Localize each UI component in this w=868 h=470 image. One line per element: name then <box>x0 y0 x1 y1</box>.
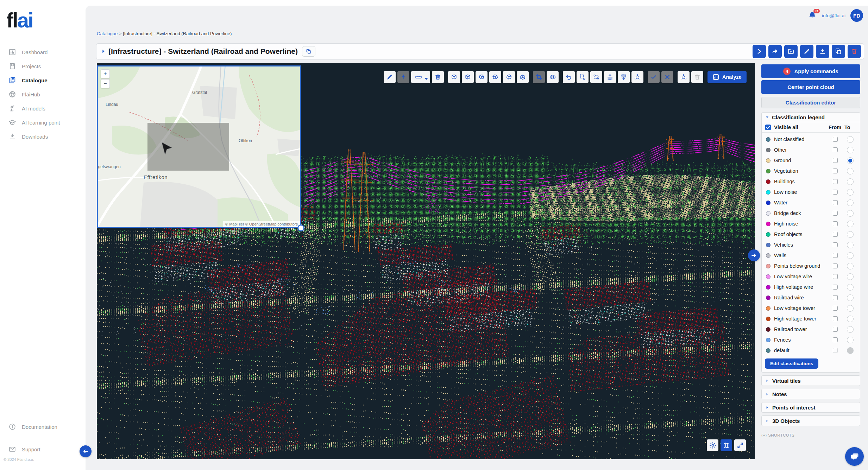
to-radio[interactable] <box>847 178 854 185</box>
crop-tool-button[interactable] <box>533 71 545 83</box>
measure-tool-button[interactable] <box>411 71 430 83</box>
class-color-dot[interactable] <box>766 264 770 268</box>
classification-legend-header[interactable]: Classification legend <box>762 113 860 122</box>
from-checkbox[interactable] <box>833 337 838 342</box>
class-color-dot[interactable] <box>766 169 770 173</box>
class-color-dot[interactable] <box>766 253 770 258</box>
section-3d-objects[interactable]: 3D Objects <box>761 415 860 426</box>
viewer-settings-button[interactable] <box>707 439 718 451</box>
to-radio[interactable] <box>847 294 854 301</box>
class-color-dot[interactable] <box>766 296 770 300</box>
class-color-dot[interactable] <box>766 201 770 205</box>
from-checkbox[interactable] <box>833 285 838 290</box>
to-radio[interactable] <box>847 210 854 217</box>
chat-button[interactable] <box>845 447 864 466</box>
to-radio[interactable] <box>847 252 854 259</box>
view-front-button[interactable] <box>448 71 460 83</box>
from-checkbox[interactable] <box>833 221 838 226</box>
to-radio[interactable] <box>847 221 854 227</box>
to-radio[interactable] <box>847 168 854 174</box>
to-radio[interactable] <box>847 231 854 238</box>
sidebar-item-flaihub[interactable]: FlaiHub <box>0 87 86 101</box>
to-radio[interactable] <box>847 316 854 322</box>
from-checkbox[interactable] <box>833 242 838 247</box>
collapse-sidebar-button[interactable] <box>80 445 92 457</box>
sidebar-item-catalogue[interactable]: Catalogue <box>0 73 86 87</box>
to-radio[interactable] <box>847 242 854 248</box>
class-color-dot[interactable] <box>766 222 770 226</box>
class-color-dot[interactable] <box>766 179 770 184</box>
minimap[interactable]: GrafstalLindauOttikonagelswangenEffretik… <box>97 65 301 228</box>
class-color-dot[interactable] <box>766 348 770 353</box>
sidebar-item-dashboard[interactable]: Dashboard <box>0 45 86 59</box>
to-radio[interactable] <box>847 157 854 164</box>
from-checkbox[interactable] <box>833 253 838 258</box>
from-checkbox[interactable] <box>833 263 838 268</box>
from-checkbox[interactable] <box>833 306 838 311</box>
class-color-dot[interactable] <box>766 243 770 247</box>
sidebar-item-support[interactable]: Support <box>0 442 86 457</box>
to-radio[interactable] <box>847 263 854 269</box>
from-checkbox[interactable] <box>833 179 838 184</box>
rename-action-button[interactable] <box>800 45 813 58</box>
center-point-cloud-button[interactable]: Center point cloud <box>761 80 860 94</box>
cancel-selection-button[interactable] <box>661 71 673 83</box>
from-checkbox[interactable] <box>833 211 838 216</box>
from-checkbox[interactable] <box>833 200 838 205</box>
view-iso-button[interactable] <box>517 71 529 83</box>
sidebar-item-projects[interactable]: Projects <box>0 59 86 73</box>
clear-selection-button[interactable] <box>691 71 703 83</box>
zoom-out-button[interactable]: − <box>101 79 110 88</box>
minimap-resize-handle[interactable] <box>297 224 304 231</box>
class-color-dot[interactable] <box>766 158 770 163</box>
selection-lower-button[interactable] <box>618 71 630 83</box>
to-radio[interactable] <box>847 189 854 196</box>
download-action-button[interactable] <box>816 45 829 58</box>
to-radio[interactable] <box>847 337 854 343</box>
copy-title-button[interactable] <box>302 46 315 57</box>
from-checkbox[interactable] <box>833 316 838 321</box>
select-points-button[interactable] <box>577 71 589 83</box>
to-radio[interactable] <box>847 305 854 312</box>
from-checkbox[interactable] <box>833 295 838 300</box>
notifications-bell-icon[interactable]: 9+ <box>808 11 817 20</box>
to-radio[interactable] <box>847 136 854 143</box>
classification-editor-button[interactable]: Classification editor <box>761 97 860 108</box>
class-color-dot[interactable] <box>766 306 770 311</box>
from-checkbox[interactable] <box>833 232 838 237</box>
visibility-tool-button[interactable] <box>547 71 559 83</box>
fullscreen-button[interactable] <box>734 439 746 451</box>
sidebar-item-ai-models[interactable]: AI models <box>0 101 86 115</box>
section-points-of-interest[interactable]: Points of interest <box>761 402 860 413</box>
class-color-dot[interactable] <box>766 148 770 152</box>
toggle-minimap-button[interactable] <box>721 439 732 451</box>
minimap-view-rect[interactable] <box>147 123 229 171</box>
selection-raise-button[interactable] <box>604 71 616 83</box>
class-color-dot[interactable] <box>766 317 770 321</box>
from-checkbox[interactable] <box>833 137 838 142</box>
avatar[interactable]: FD <box>850 9 863 22</box>
from-checkbox[interactable] <box>833 169 838 173</box>
breadcrumb-catalogue-link[interactable]: Catalogue <box>97 31 118 36</box>
move-to-folder-action-button[interactable] <box>784 45 798 58</box>
collapse-panel-button[interactable] <box>748 249 760 261</box>
class-color-dot[interactable] <box>766 137 770 142</box>
run-action-button[interactable] <box>753 45 766 58</box>
undo-button[interactable] <box>563 71 575 83</box>
to-radio[interactable] <box>847 284 854 291</box>
zoom-in-button[interactable]: + <box>101 69 110 78</box>
class-color-dot[interactable] <box>766 232 770 237</box>
delete-tool-button[interactable] <box>432 71 444 83</box>
edit-tool-button[interactable] <box>384 71 396 83</box>
pin-tool-button[interactable] <box>397 71 409 83</box>
from-checkbox[interactable] <box>833 158 838 163</box>
duplicate-action-button[interactable] <box>832 45 845 58</box>
sidebar-item-downloads[interactable]: Downloads <box>0 129 86 144</box>
section-notes[interactable]: Notes <box>761 389 860 399</box>
from-checkbox[interactable] <box>833 190 838 195</box>
analyze-button-button[interactable]: Analyze <box>707 71 747 83</box>
user-email-link[interactable]: info@flai.ai <box>822 13 845 18</box>
class-color-dot[interactable] <box>766 274 770 279</box>
from-checkbox[interactable] <box>833 327 838 332</box>
from-checkbox[interactable] <box>833 147 838 152</box>
